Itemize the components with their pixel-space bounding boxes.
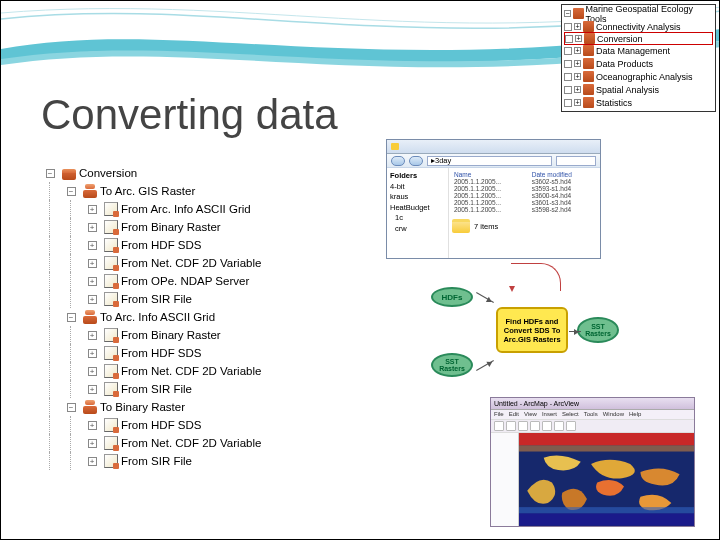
tree-root[interactable]: − Conversion	[41, 164, 261, 182]
minus-icon[interactable]: −	[67, 187, 76, 196]
file-row[interactable]: 2005.1.1.2005...s3601-s3.hd4	[452, 199, 597, 206]
plus-icon[interactable]: +	[88, 331, 97, 340]
plus-icon[interactable]: +	[88, 205, 97, 214]
sidebar-item[interactable]: kraus	[390, 192, 445, 203]
sidebar-item[interactable]: HeatBudget	[390, 203, 445, 214]
menu-item[interactable]: Window	[603, 411, 624, 417]
tree-item[interactable]: +From OPe. NDAP Server	[41, 272, 261, 290]
svg-rect-1	[519, 433, 694, 445]
checkbox-icon	[565, 35, 573, 43]
minus-icon[interactable]: −	[46, 169, 55, 178]
tool-button[interactable]	[506, 421, 516, 431]
plus-icon[interactable]: +	[88, 457, 97, 466]
file-row[interactable]: 2005.1.1.2005...s3602-s5.hd4	[452, 178, 597, 185]
map-toc[interactable]	[491, 433, 519, 526]
plus-icon[interactable]: +	[88, 241, 97, 250]
tree-item[interactable]: +From HDF SDS	[41, 344, 261, 362]
menu-item[interactable]: File	[494, 411, 504, 417]
script-icon	[104, 238, 118, 252]
explorer-sidebar: Folders 4-bit kraus HeatBudget 1c crw	[387, 168, 449, 258]
menu-item[interactable]: Edit	[509, 411, 519, 417]
window-titlebar[interactable]	[387, 140, 600, 154]
tool-button[interactable]	[518, 421, 528, 431]
tree-toolset[interactable]: − To Arc. GIS Raster	[41, 182, 261, 200]
tree-label: From HDF SDS	[121, 239, 202, 251]
tool-button[interactable]	[494, 421, 504, 431]
file-row[interactable]: 2005.1.1.2005...s3600-s4.hd4	[452, 192, 597, 199]
plus-icon[interactable]: +	[88, 367, 97, 376]
checkbox-icon	[564, 23, 572, 31]
plus-icon[interactable]: +	[88, 259, 97, 268]
tree-label: From OPe. NDAP Server	[121, 275, 249, 287]
column-header[interactable]: Name	[452, 171, 530, 178]
tool-button[interactable]	[542, 421, 552, 431]
tree-label: From Net. CDF 2D Variable	[121, 437, 261, 449]
plus-icon[interactable]: +	[88, 439, 97, 448]
toolbox-icon	[583, 84, 594, 95]
sidebar-item[interactable]: 1c	[390, 213, 445, 224]
tree-item[interactable]: +From Binary Raster	[41, 326, 261, 344]
toolbox-icon	[573, 8, 584, 19]
folder-icon	[452, 219, 470, 233]
plus-icon[interactable]: +	[88, 277, 97, 286]
tree-label: From Binary Raster	[121, 329, 221, 341]
tree-item[interactable]: +From HDF SDS	[41, 236, 261, 254]
explorer-file-list: Name Date modified 2005.1.1.2005...s3602…	[449, 168, 600, 258]
file-row[interactable]: 2005.1.1.2005...s3598-s2.hd4	[452, 206, 597, 213]
minus-icon[interactable]: −	[67, 313, 76, 322]
sidebar-item[interactable]: crw	[390, 224, 445, 235]
sidebar-header: Folders	[390, 171, 445, 182]
forward-button[interactable]	[409, 156, 423, 166]
tree-item[interactable]: +From SIR File	[41, 290, 261, 308]
map-canvas[interactable]	[519, 433, 694, 526]
tree-item[interactable]: +From SIR File	[41, 452, 261, 470]
plus-icon[interactable]: +	[88, 223, 97, 232]
tool-button[interactable]	[554, 421, 564, 431]
tree-label: To Binary Raster	[100, 401, 185, 413]
search-input[interactable]	[556, 156, 596, 166]
script-icon	[104, 346, 118, 360]
script-icon	[104, 220, 118, 234]
tree-item[interactable]: +From Net. CDF 2D Variable	[41, 254, 261, 272]
plus-icon: +	[574, 86, 581, 93]
tree-item[interactable]: +From Arc. Info ASCII Grid	[41, 200, 261, 218]
tree-label: From Binary Raster	[121, 221, 221, 233]
menu-item[interactable]: Insert	[542, 411, 557, 417]
menu-item[interactable]: View	[524, 411, 537, 417]
tree-item[interactable]: +From SIR File	[41, 380, 261, 398]
tree-toolset[interactable]: − To Arc. Info ASCII Grid	[41, 308, 261, 326]
menu-item[interactable]: Tools	[584, 411, 598, 417]
sidebar-item[interactable]: 4-bit	[390, 182, 445, 193]
tree-item[interactable]: +From Binary Raster	[41, 218, 261, 236]
column-header[interactable]: Date modified	[530, 171, 597, 178]
plus-icon[interactable]: +	[88, 421, 97, 430]
tree-label: From HDF SDS	[121, 347, 202, 359]
tree-item[interactable]: +From HDF SDS	[41, 416, 261, 434]
checkbox-icon	[564, 86, 572, 94]
file-row[interactable]: 2005.1.1.2005...s3593-s1.hd4	[452, 185, 597, 192]
window-titlebar[interactable]: Untitled - ArcMap - ArcView	[491, 398, 694, 410]
plus-icon[interactable]: +	[88, 295, 97, 304]
tool-button[interactable]	[566, 421, 576, 431]
menu-item[interactable]: Help	[629, 411, 641, 417]
menu-item[interactable]: Select	[562, 411, 579, 417]
arcmap-window: Untitled - ArcMap - ArcView File Edit Vi…	[490, 397, 695, 527]
tree-toolset[interactable]: − To Binary Raster	[41, 398, 261, 416]
tree-label: From SIR File	[121, 383, 192, 395]
tool-button[interactable]	[530, 421, 540, 431]
diagram-process: Find HDFs and Convert SDS To Arc.GIS Ras…	[496, 307, 568, 353]
tree-item[interactable]: +From Net. CDF 2D Variable	[41, 434, 261, 452]
toolbox-icon	[583, 21, 594, 32]
address-bar[interactable]: ▸ 3day	[427, 156, 552, 166]
checkbox-icon	[564, 47, 572, 55]
plus-icon[interactable]: +	[88, 385, 97, 394]
tree-label: From SIR File	[121, 455, 192, 467]
svg-rect-3	[519, 446, 694, 452]
arrow-icon	[569, 331, 581, 332]
minus-icon[interactable]: −	[67, 403, 76, 412]
tree-line	[41, 398, 59, 416]
script-icon	[104, 274, 118, 288]
plus-icon[interactable]: +	[88, 349, 97, 358]
tree-item[interactable]: +From Net. CDF 2D Variable	[41, 362, 261, 380]
back-button[interactable]	[391, 156, 405, 166]
